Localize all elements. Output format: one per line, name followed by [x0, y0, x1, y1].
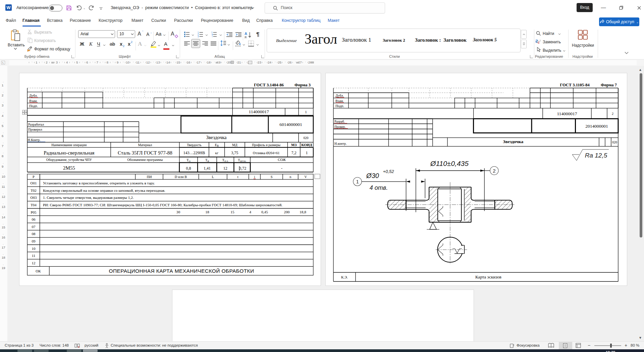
svg-text:Наименование операции: Наименование операции [51, 143, 87, 147]
svg-text:Радиально-сверлильная: Радиально-сверлильная [44, 150, 94, 156]
svg-text:18: 18 [205, 210, 209, 214]
svg-text:ТВ: ТВ [205, 158, 209, 163]
svg-text:2: 2 [612, 112, 613, 116]
svg-text:3,72: 3,72 [239, 166, 246, 171]
svg-text:К.Э.: К.Э. [341, 275, 348, 279]
svg-text:Ra 12,5: Ra 12,5 [585, 152, 607, 159]
svg-text:V: V [305, 175, 307, 179]
svg-text:+0,52: +0,52 [383, 169, 394, 174]
svg-text:Форма 3: Форма 3 [294, 83, 311, 87]
svg-text:1,41: 1,41 [204, 166, 211, 171]
svg-text:S: S [271, 175, 273, 179]
svg-text:7,2: 7,2 [291, 150, 297, 155]
svg-text:D или В: D или В [175, 175, 187, 179]
svg-text:Установить заготовку в приспос: Установить заготовку в приспособление, о… [43, 181, 155, 185]
svg-text:t: t [237, 175, 238, 179]
svg-text:1: 1 [305, 110, 307, 114]
svg-text:020: 020 [612, 140, 617, 144]
svg-text:КОИД: КОИД [301, 143, 312, 147]
svg-text:ОПЕРАЦИОННАЯ КАРТА МЕХАНИЧЕСКО: ОПЕРАЦИОННАЯ КАРТА МЕХАНИЧЕСКОЙ ОБРАБОТК… [109, 268, 254, 274]
svg-text:Провер.: Провер. [334, 125, 346, 129]
svg-text:Ø30: Ø30 [366, 172, 379, 179]
svg-text:Н.Контр.: Н.Контр. [28, 138, 41, 142]
svg-text:МЗ: МЗ [291, 143, 297, 147]
svg-text:Сталь 35ГЛ ГОСТ 977-88: Сталь 35ГЛ ГОСТ 977-88 [118, 150, 172, 156]
svg-text:Р05: Р05 [31, 210, 37, 214]
svg-text:Материал: Материал [138, 143, 152, 147]
svg-text:Дубл.: Дубл. [335, 94, 344, 97]
svg-text:114000017: 114000017 [557, 111, 577, 116]
svg-text:РИ: Сверло Р6М5 ГОСТ 10903-77;: РИ: Сверло Р6М5 ГОСТ 10903-77; СИ: Штанг… [43, 203, 282, 207]
svg-text:15: 15 [230, 210, 234, 214]
svg-text:СОЖ: СОЖ [278, 158, 286, 162]
svg-text:1. Сверлить четыре отверстия,: 1. Сверлить четыре отверстия, выдерживая… [43, 195, 134, 200]
svg-text:Отливка Ø204×61: Отливка Ø204×61 [253, 151, 280, 155]
svg-text:Оборудование, устройства ЧПУ: Оборудование, устройства ЧПУ [46, 158, 92, 162]
svg-text:2М55: 2М55 [63, 165, 75, 171]
svg-text:1: 1 [356, 179, 359, 184]
svg-text:12: 12 [223, 166, 227, 171]
svg-text:Твердость: Твердость [187, 143, 202, 147]
svg-text:ГОСТ 3.1404-86: ГОСТ 3.1404-86 [254, 83, 284, 87]
svg-text:09: 09 [32, 239, 36, 243]
svg-text:О01: О01 [31, 181, 37, 185]
svg-text:О03: О03 [31, 195, 37, 200]
svg-text:30: 30 [176, 210, 180, 214]
svg-text:07: 07 [32, 225, 36, 229]
svg-text:Т04: Т04 [31, 203, 37, 207]
svg-text:Р: Р [33, 175, 35, 179]
svg-text:3,75: 3,75 [231, 150, 238, 155]
svg-text:Проверил: Проверил [28, 128, 42, 131]
svg-text:ОК: ОК [36, 269, 41, 273]
svg-text:Разработал: Разработал [28, 123, 44, 126]
svg-text:18,8: 18,8 [300, 210, 306, 214]
svg-text:2: 2 [493, 168, 495, 174]
svg-text:Взам.: Взам. [29, 99, 38, 103]
svg-text:06: 06 [32, 217, 36, 221]
svg-text:Т02: Т02 [31, 188, 37, 192]
svg-text:Ø110±0,435: Ø110±0,435 [430, 160, 469, 167]
svg-text:Подп.: Подп. [335, 104, 344, 108]
svg-text:ЕВ: ЕВ [215, 143, 219, 147]
svg-text:11: 11 [32, 254, 36, 258]
svg-text:08: 08 [32, 232, 36, 236]
svg-text:020: 020 [304, 136, 309, 140]
svg-text:L: L [212, 175, 214, 179]
svg-text:4: 4 [249, 210, 251, 214]
svg-text:Дубл.: Дубл. [29, 94, 38, 97]
svg-text:Подп.: Подп. [29, 104, 38, 108]
svg-text:114000017: 114000017 [249, 109, 269, 114]
svg-text:200: 200 [284, 210, 290, 214]
svg-text:12: 12 [32, 261, 36, 265]
svg-text:Кондуктор сверлильный на основ: Кондуктор сверлильный на основе оправки … [43, 188, 165, 192]
svg-text:ГОСТ 3.1105-84: ГОСТ 3.1105-84 [560, 83, 590, 87]
svg-text:ТО: ТО [186, 158, 190, 163]
svg-text:0,45: 0,45 [261, 210, 268, 214]
svg-text:ТП.З.: ТП.З. [222, 158, 229, 163]
svg-text:4 отв.: 4 отв. [370, 184, 388, 191]
svg-text:ПИ: ПИ [147, 175, 152, 179]
svg-text:10: 10 [32, 247, 36, 251]
svg-text:i: i [254, 175, 255, 179]
svg-text:МД: МД [232, 143, 237, 147]
svg-text:i: i [212, 35, 212, 37]
svg-text:2014000001: 2014000001 [585, 124, 608, 129]
svg-text:Н.контр.: Н.контр. [334, 142, 346, 145]
svg-text:0,8: 0,8 [186, 166, 191, 171]
svg-text:ТШТ.К.: ТШТ.К. [238, 158, 246, 163]
svg-text:кг: кг [215, 151, 219, 155]
svg-text:Обозначение программы: Обозначение программы [127, 158, 163, 162]
svg-text:6014000001: 6014000001 [279, 122, 302, 127]
svg-text:-: - [281, 166, 282, 171]
svg-text:1: 1 [306, 150, 308, 155]
svg-text:Разраб.: Разраб. [334, 120, 345, 123]
svg-text:n: n [289, 175, 291, 179]
svg-text:Звездочка: Звездочка [503, 139, 524, 144]
svg-text:Форма 7: Форма 7 [601, 83, 617, 87]
svg-text:Карта эскизов: Карта эскизов [475, 274, 501, 279]
svg-text:143…229НВ: 143…229НВ [183, 150, 205, 155]
svg-text:3: 3 [198, 35, 199, 37]
svg-text:Профиль и размеры: Профиль и размеры [252, 143, 280, 147]
svg-text:Звездочка: Звездочка [206, 135, 227, 140]
svg-text:Взам.: Взам. [335, 99, 344, 103]
